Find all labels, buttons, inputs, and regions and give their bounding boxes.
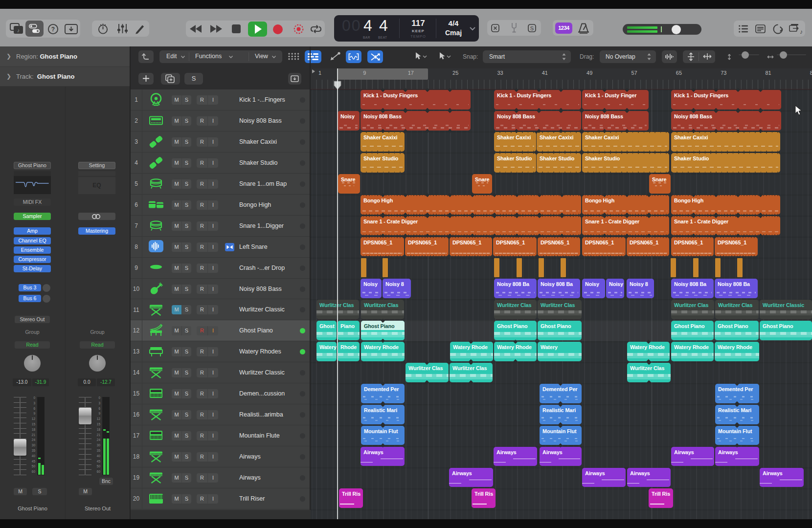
svg-text:♪: ♪ [800,28,803,35]
svg-text:♪: ♪ [17,27,20,33]
svg-text:S: S [530,25,534,31]
svg-text:?: ? [51,26,55,33]
